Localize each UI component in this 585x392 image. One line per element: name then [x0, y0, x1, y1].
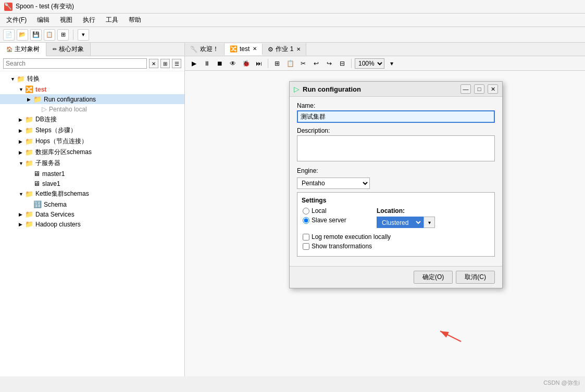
search-input[interactable] [3, 58, 147, 69]
tree-item-test[interactable]: ▼ 🔀 test [0, 84, 184, 94]
welcome-icon: 🥄 [190, 46, 198, 53]
pause-btn[interactable]: ⏸ [201, 58, 213, 69]
align-btn[interactable]: ⊟ [337, 58, 348, 69]
title-bar: 🥄 Spoon - test (有变动) [0, 0, 585, 14]
save-button[interactable]: 💾 [30, 29, 42, 41]
tab-main-objects-label: 主对象树 [15, 45, 40, 54]
settings-cols: Local Slave server Location: [303, 207, 489, 228]
cancel-button[interactable]: 取消(C) [456, 271, 495, 284]
search-clear-button[interactable]: ✕ [149, 59, 158, 68]
tab-job1[interactable]: ⚙ 作业 1 ✕ [263, 43, 306, 55]
open-button[interactable]: 📂 [17, 29, 28, 41]
tree-area: ▼ 📁 转换 ▼ 🔀 test ▶ 📁 Run configurations [0, 71, 184, 376]
tab-test-close[interactable]: ✕ [253, 46, 257, 52]
dialog-close-btn[interactable]: ✕ [488, 84, 498, 94]
local-radio[interactable] [303, 208, 309, 214]
tab-main-objects[interactable]: 🏠 主对象树 [0, 43, 46, 56]
layers-button[interactable]: ⊞ [57, 29, 69, 41]
tree-item-sub-servers[interactable]: ▼ 📁 子服务器 [0, 158, 184, 169]
step-run-btn[interactable]: ⏭ [253, 58, 265, 69]
name-input[interactable] [297, 110, 495, 123]
more-button[interactable]: ▾ [78, 29, 89, 41]
log-remote-label[interactable]: Log remote execution locally [303, 233, 489, 241]
location-select[interactable]: Clustered Local [377, 217, 424, 228]
log-remote-text: Log remote execution locally [312, 233, 391, 241]
dbschemas-folder-icon: 📁 [25, 148, 33, 156]
server-icon: 🖥 [33, 170, 40, 178]
tab-job1-close[interactable]: ✕ [296, 46, 301, 52]
menu-file[interactable]: 文件(F) [4, 15, 29, 26]
tree-item-db-connect[interactable]: ▶ 📁 DB连接 [0, 114, 184, 125]
tree-item-data-services[interactable]: ▶ 📁 Data Services [0, 209, 184, 219]
kettle-folder-icon: 📁 [25, 190, 33, 198]
zoom-dropdown-btn[interactable]: ▾ [386, 58, 397, 69]
menu-run[interactable]: 执行 [81, 15, 97, 26]
search-option2-button[interactable]: ☰ [172, 59, 181, 68]
tab-core-objects[interactable]: ✏ 核心对象 [46, 43, 91, 56]
tree-item-slave1[interactable]: 🖥 slave1 [0, 179, 184, 188]
new-button[interactable]: 📄 [3, 29, 15, 41]
redo-btn[interactable]: ↪ [323, 58, 335, 69]
slave-server-radio-label[interactable]: Slave server [303, 217, 370, 224]
tab-test-label: test [240, 45, 250, 53]
tree-label-steps: Steps（步骤） [35, 126, 77, 135]
search-option1-button[interactable]: ⊞ [160, 59, 170, 68]
tree-item-pentaho-local[interactable]: ▷ Pentaho local [0, 104, 184, 114]
show-transformations-label[interactable]: Show transformations [303, 243, 489, 250]
log-remote-checkbox[interactable] [303, 234, 309, 241]
show-transformations-text: Show transformations [312, 243, 372, 250]
zoom-select[interactable]: 50% 75% 100% 150% 200% [355, 58, 384, 69]
tree-item-db-schemas[interactable]: ▶ 📁 数据库分区schemas [0, 147, 184, 158]
tree-item-hadoop-clusters[interactable]: ▶ 📁 Hadoop clusters [0, 219, 184, 229]
data-services-folder-icon: 📁 [25, 210, 33, 218]
tree-item-steps[interactable]: ▶ 📁 Steps（步骤） [0, 125, 184, 136]
main-layout: 🏠 主对象树 ✏ 核心对象 ✕ ⊞ ☰ ▼ 📁 转换 [0, 43, 585, 376]
menu-view[interactable]: 视图 [58, 15, 74, 26]
menu-tools[interactable]: 工具 [104, 15, 120, 26]
engine-row: Engine: [297, 167, 495, 174]
canvas-area[interactable]: X Excel输出 [185, 71, 585, 376]
tree-item-hops[interactable]: ▶ 📁 Hops（节点连接） [0, 136, 184, 147]
tree-item-kettle-schemas[interactable]: ▼ 📁 Kettle集群schemas [0, 188, 184, 199]
menu-bar: 文件(F) 编辑 视图 执行 工具 帮助 [0, 14, 585, 27]
tree-item-schema[interactable]: 🔢 Schema [0, 199, 184, 209]
db-folder-icon: 📁 [25, 116, 33, 123]
dialog-maximize-btn[interactable]: □ [474, 84, 484, 94]
tree-label-kettle-schemas: Kettle集群schemas [35, 189, 89, 198]
description-textarea[interactable] [297, 135, 495, 161]
paste-btn[interactable]: 📋 [284, 58, 296, 69]
slave-server-radio[interactable] [303, 217, 309, 224]
run-btn[interactable]: ▶ [188, 58, 200, 69]
confirm-button[interactable]: 确定(O) [414, 271, 453, 284]
copy-btn[interactable]: ⊞ [271, 58, 283, 69]
preview-btn[interactable]: 👁 [227, 58, 239, 69]
tab-welcome[interactable]: 🥄 欢迎！ [185, 43, 225, 55]
menu-edit[interactable]: 编辑 [35, 15, 52, 26]
tree-item-run-config[interactable]: ▶ 📁 Run configurations [0, 94, 184, 104]
tree-label-master1: master1 [42, 170, 65, 178]
settings-radio-col: Local Slave server [303, 207, 370, 228]
dialog-minimize-btn[interactable]: — [460, 84, 471, 94]
debug-btn[interactable]: 🐞 [240, 58, 252, 69]
tree-label-db-connect: DB连接 [35, 115, 57, 124]
tab-test[interactable]: 🔀 test ✕ [225, 44, 263, 55]
show-transformations-checkbox[interactable] [303, 243, 309, 250]
engine-select-row: Pentaho [297, 178, 495, 189]
cut-btn[interactable]: ✂ [297, 58, 309, 69]
tree-label-sub-servers: 子服务器 [35, 159, 60, 168]
location-dropdown-btn[interactable]: ▾ [424, 217, 435, 228]
local-radio-label[interactable]: Local [303, 207, 370, 214]
tree-item-master1[interactable]: 🖥 master1 [0, 169, 184, 179]
tab-core-objects-label: 核心对象 [59, 45, 84, 54]
tabs-bar: 🥄 欢迎！ 🔀 test ✕ ⚙ 作业 1 ✕ [185, 43, 585, 56]
engine-select[interactable]: Pentaho [297, 178, 370, 189]
tree-item-transform[interactable]: ▼ 📁 转换 [0, 73, 184, 84]
menu-help[interactable]: 帮助 [127, 15, 143, 26]
right-panel: 🥄 欢迎！ 🔀 test ✕ ⚙ 作业 1 ✕ ▶ ⏸ ⏹ 👁 🐞 ⏭ ⊞ [185, 43, 585, 376]
undo-btn[interactable]: ↩ [310, 58, 322, 69]
stop-btn[interactable]: ⏹ [214, 58, 226, 69]
saveas-button[interactable]: 📋 [44, 29, 55, 41]
folder-icon: 📁 [17, 75, 25, 83]
settings-legend: Settings [302, 197, 489, 204]
tree-label-hops: Hops（节点连接） [35, 137, 88, 146]
